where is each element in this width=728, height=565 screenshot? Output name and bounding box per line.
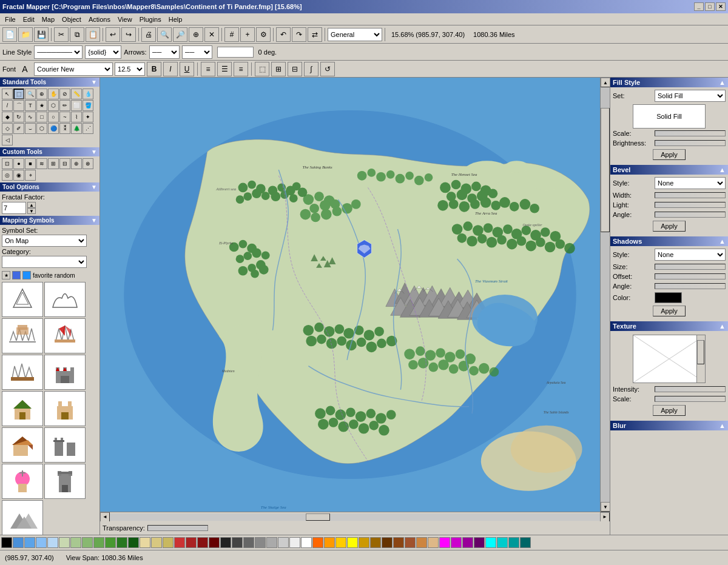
color-swatch-44[interactable]: [508, 537, 519, 548]
color-swatch-27[interactable]: [312, 537, 323, 548]
custom-tool9[interactable]: ◎: [2, 170, 13, 181]
color-swatch-40[interactable]: [462, 537, 473, 548]
shadow-color-swatch[interactable]: [655, 292, 682, 303]
crosshair-tool[interactable]: ⊕: [36, 89, 47, 99]
symbol-item-11[interactable]: [2, 464, 43, 499]
color-swatch-30[interactable]: [347, 537, 358, 548]
circle-tool[interactable]: ○: [48, 112, 59, 122]
menu-actions[interactable]: Actions: [85, 15, 114, 24]
color-swatch-12[interactable]: [140, 537, 150, 548]
color-swatch-43[interactable]: [497, 537, 508, 548]
fractal-spin-down[interactable]: ▼: [27, 208, 36, 214]
align-right-button[interactable]: ≡: [234, 62, 248, 76]
custom-tool6[interactable]: ⊟: [59, 158, 70, 169]
color-swatch-23[interactable]: [266, 537, 277, 548]
rectangle-tool[interactable]: □: [36, 112, 47, 122]
color-swatch-39[interactable]: [451, 537, 462, 548]
color-swatch-2[interactable]: [24, 537, 35, 548]
color-swatch-11[interactable]: [128, 537, 139, 548]
fractal-spin-up[interactable]: ▲: [27, 202, 36, 208]
color-swatch-24[interactable]: [278, 537, 289, 548]
color-swatch-28[interactable]: [324, 537, 335, 548]
scatter-tool[interactable]: ⋰: [83, 123, 93, 134]
texture-scroll-thumb[interactable]: [697, 340, 704, 364]
undo-button[interactable]: ↩: [106, 27, 120, 42]
symbol-item-12[interactable]: [44, 464, 86, 499]
color-swatch-18[interactable]: [209, 537, 220, 548]
symbol-item-4[interactable]: [44, 318, 86, 353]
tree-tool[interactable]: 🌲: [71, 123, 82, 134]
text-effect3-button[interactable]: ⊟: [288, 62, 302, 76]
font-size-select[interactable]: 12.5 8 10 12 14 16 18 24: [115, 62, 145, 76]
align-left-button[interactable]: ≡: [201, 62, 215, 76]
color-swatch-3[interactable]: [36, 537, 47, 548]
cut-button[interactable]: ✂: [54, 27, 69, 42]
bezier-tool[interactable]: ∿: [25, 112, 36, 122]
color-swatch-16[interactable]: [186, 537, 197, 548]
color-swatch-33[interactable]: [382, 537, 393, 548]
v-scroll-track[interactable]: [601, 87, 610, 502]
color-swatch-1[interactable]: [13, 537, 24, 548]
custom-tools-collapse[interactable]: ▼: [91, 149, 97, 155]
shadow-angle-slider[interactable]: [655, 283, 726, 289]
fractal-factor-input[interactable]: 7: [2, 202, 26, 214]
texture-apply-button[interactable]: Apply: [653, 405, 686, 416]
measure-tool[interactable]: 📏: [71, 89, 82, 99]
tool-options-collapse[interactable]: ▼: [91, 184, 97, 190]
symbol-item-13[interactable]: [2, 500, 43, 535]
symbol-item-1[interactable]: [2, 282, 43, 317]
bevel-style-select[interactable]: None Inner Outer: [655, 177, 726, 189]
color-swatch-21[interactable]: [243, 537, 254, 548]
shadow-apply-button[interactable]: Apply: [653, 306, 686, 316]
underline-button[interactable]: U: [180, 62, 194, 76]
scale-slider[interactable]: [655, 130, 726, 136]
copy-button[interactable]: ⧉: [70, 27, 84, 42]
pan-tool[interactable]: ✋: [48, 89, 59, 99]
bevel-angle-slider[interactable]: [655, 212, 726, 218]
bevel-width-slider[interactable]: [655, 192, 726, 198]
hex-tool[interactable]: ⬡: [36, 123, 47, 134]
menu-help[interactable]: Help: [165, 15, 186, 24]
zoom-tool[interactable]: 🔍: [25, 89, 36, 99]
sym-star-icon[interactable]: ★: [2, 271, 10, 279]
menu-view[interactable]: View: [114, 15, 136, 24]
symbol-item-8[interactable]: [44, 391, 86, 426]
layer-select[interactable]: General: [328, 28, 382, 41]
curve-tool[interactable]: ⌣: [25, 123, 36, 134]
extra-tool1[interactable]: ◁: [2, 135, 13, 145]
menu-edit[interactable]: Edit: [19, 15, 38, 24]
color-swatch-14[interactable]: [163, 537, 174, 548]
shadows-collapse[interactable]: ▲: [719, 238, 726, 245]
bevel-apply-button[interactable]: Apply: [653, 221, 686, 232]
select-button[interactable]: ⊕: [189, 27, 203, 42]
close-button[interactable]: ✕: [716, 2, 726, 11]
texture-scrollbar[interactable]: [696, 335, 705, 383]
brightness-slider[interactable]: [655, 140, 726, 146]
arc-tool[interactable]: ⌒: [13, 100, 24, 111]
eyedrop-tool[interactable]: 💧: [83, 89, 93, 99]
scroll-right-button[interactable]: ►: [600, 512, 610, 522]
line-type-select[interactable]: {solid}: [85, 45, 121, 59]
text-effect4-button[interactable]: ∫: [304, 62, 318, 76]
blur-collapse[interactable]: ▲: [719, 422, 726, 429]
sym-blue2-icon[interactable]: [22, 271, 31, 279]
map-canvas[interactable]: The Saking Banks The Henset Sea The Vias…: [100, 78, 600, 512]
arrow-start-select[interactable]: ──: [149, 45, 180, 59]
shadow-offset-slider[interactable]: [655, 273, 726, 279]
scroll-down-button[interactable]: ▼: [601, 502, 610, 512]
menu-object[interactable]: Object: [58, 15, 85, 24]
symbol-item-7[interactable]: [2, 391, 43, 426]
shadow-style-select[interactable]: None Drop Inner: [655, 249, 726, 261]
color-swatch-29[interactable]: [335, 537, 346, 548]
print-button[interactable]: 🖨: [141, 27, 156, 42]
symbol-item-9[interactable]: [2, 427, 43, 463]
align-center-button[interactable]: ☰: [217, 62, 232, 76]
fill-set-select[interactable]: Solid Fill None Pattern: [655, 90, 726, 102]
line-tool[interactable]: /: [2, 100, 13, 111]
color-swatch-15[interactable]: [174, 537, 185, 548]
delete-button[interactable]: ✕: [204, 27, 219, 42]
grid-button[interactable]: #: [224, 27, 239, 42]
paste-button[interactable]: 📋: [86, 27, 100, 42]
bevel-light-slider[interactable]: [655, 202, 726, 208]
transparency-slider[interactable]: [147, 525, 208, 531]
